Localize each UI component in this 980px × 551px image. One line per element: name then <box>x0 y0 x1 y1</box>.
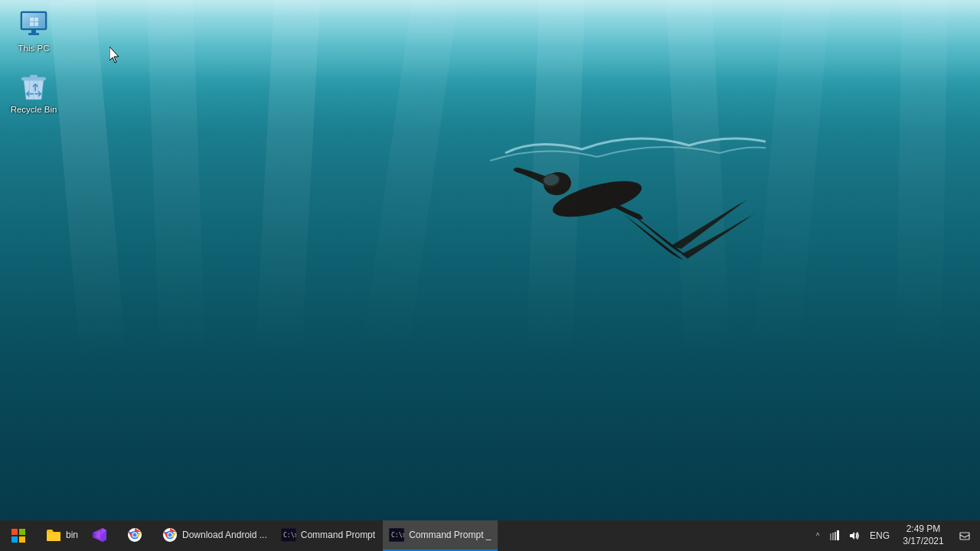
svg-rect-11 <box>30 22 34 26</box>
svg-rect-9 <box>30 18 34 21</box>
water-surface <box>0 0 980 92</box>
clock-date: 3/17/2021 <box>903 536 943 548</box>
svg-rect-10 <box>34 18 38 21</box>
svg-rect-12 <box>34 22 38 26</box>
language-indicator[interactable]: ENG <box>865 520 894 551</box>
svg-text:C:\>_: C:\>_ <box>391 532 404 539</box>
notification-button[interactable] <box>952 520 977 551</box>
volume-icon[interactable] <box>845 520 864 551</box>
svg-rect-14 <box>30 75 38 78</box>
this-pc-icon[interactable]: This PC <box>6 6 61 57</box>
taskbar-item-chrome[interactable] <box>121 520 155 551</box>
cmd-icon-1: C:\>_ <box>281 527 296 543</box>
taskbar-item-download-android-label: Download Android ... <box>182 530 267 540</box>
visual-studio-icon <box>92 527 107 543</box>
taskbar-item-cmd-1[interactable]: C:\>_ Command Prompt <box>275 520 381 551</box>
taskbar-item-cmd-2[interactable]: C:\>_ Command Prompt _ <box>383 520 497 551</box>
network-icon[interactable] <box>825 520 844 551</box>
swimmer-illustration <box>444 115 766 283</box>
clock-area[interactable]: 2:49 PM 3/17/2021 <box>896 520 951 551</box>
taskbar-item-download-android[interactable]: Download Android ... <box>156 520 273 551</box>
this-pc-label: This PC <box>18 43 50 54</box>
svg-point-25 <box>133 533 137 537</box>
svg-rect-20 <box>11 536 18 543</box>
svg-rect-38 <box>835 532 836 540</box>
desktop: This PC <box>0 0 980 520</box>
clock-time: 2:49 PM <box>906 523 941 536</box>
download-android-icon <box>162 527 178 543</box>
recycle-bin-label: Recycle Bin <box>11 104 57 116</box>
show-hidden-icons-button[interactable]: ^ <box>812 520 824 551</box>
this-pc-icon-image <box>18 9 49 40</box>
recycle-bin-icon[interactable]: Recycle Bin <box>6 67 61 119</box>
svg-rect-36 <box>830 533 831 540</box>
folder-icon <box>46 527 61 543</box>
taskbar-item-bin-label: bin <box>66 530 78 540</box>
taskbar-items-container: bin <box>37 520 808 551</box>
svg-point-29 <box>168 533 172 537</box>
taskbar: bin <box>0 520 980 551</box>
svg-rect-19 <box>19 529 25 535</box>
chrome-icon <box>127 527 142 543</box>
svg-rect-39 <box>837 530 839 540</box>
taskbar-item-cmd-1-label: Command Prompt <box>301 530 375 540</box>
system-tray: ^ ENG 2:49 PM 3/17/2021 <box>808 520 980 551</box>
svg-rect-21 <box>19 536 25 543</box>
svg-text:C:\>_: C:\>_ <box>283 532 296 539</box>
taskbar-item-visual-studio[interactable] <box>86 520 119 551</box>
taskbar-item-file-explorer[interactable]: bin <box>40 520 84 551</box>
taskbar-item-cmd-2-label: Command Prompt _ <box>409 530 491 540</box>
svg-rect-18 <box>11 529 18 535</box>
cmd-icon-2: C:\>_ <box>389 527 404 543</box>
recycle-bin-icon-image <box>18 70 49 101</box>
svg-marker-40 <box>850 532 854 540</box>
start-button[interactable] <box>0 520 37 551</box>
svg-rect-37 <box>832 533 834 540</box>
svg-rect-8 <box>28 33 39 35</box>
